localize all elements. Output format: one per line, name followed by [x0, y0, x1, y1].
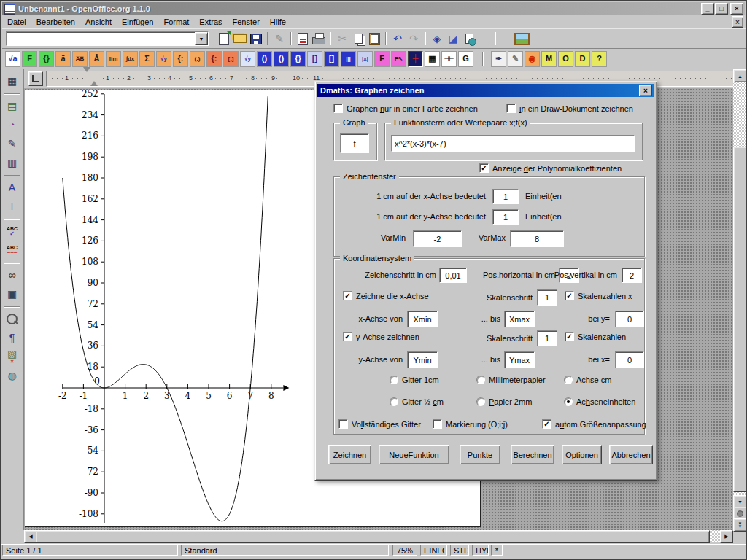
online-layout-icon[interactable]: ◍	[4, 367, 21, 384]
spellcheck-icon[interactable]: ABC✓	[4, 222, 21, 240]
close-button[interactable]: ×	[730, 3, 743, 15]
draw-step-field[interactable]: 0,01	[439, 268, 467, 283]
checkbox-single-color[interactable]: ✓Graphen nur in einer Farbe zeichnen	[333, 104, 478, 113]
dm-d-icon[interactable]: D	[575, 51, 590, 67]
radio-millimeterpapier[interactable]: Millimeterpapier	[476, 376, 546, 384]
status-zoom[interactable]: 75%	[392, 545, 417, 556]
insert-icon[interactable]: ▤	[4, 97, 21, 114]
menu-datei[interactable]: Datei	[2, 16, 31, 28]
open-icon[interactable]	[232, 31, 248, 46]
status-hyperlink-mode[interactable]: HYP	[472, 545, 489, 556]
new-document-icon[interactable]	[216, 31, 232, 46]
form-icon[interactable]: ▥	[4, 154, 21, 171]
at-y-field[interactable]: 0	[615, 311, 644, 327]
url-combobox[interactable]: ▼	[6, 31, 209, 46]
export-pdf-icon[interactable]	[295, 31, 311, 46]
at-x-field[interactable]: 0	[615, 351, 644, 368]
dm-paren-colon-icon[interactable]: (:)	[190, 51, 205, 67]
checkbox-y-axis[interactable]: ✓y-Achse zeichnen	[343, 332, 419, 341]
paste-icon[interactable]	[366, 31, 382, 46]
radio-achseneinheiten[interactable]: Achseneinheiten	[564, 397, 635, 406]
checkbox-marking-oij[interactable]: ✓Markierung (O;i;j)	[433, 419, 508, 429]
dm-g-icon[interactable]: G	[458, 51, 473, 67]
abbrechen-button[interactable]: Abbrechen	[609, 445, 653, 464]
dm-root-blue-icon[interactable]: √y	[240, 51, 255, 67]
dm-abs-icon[interactable]: |x|	[357, 51, 373, 67]
radio-papier-2mm[interactable]: Papier 2mm	[476, 397, 532, 406]
nonprinting-characters-icon[interactable]: ¶	[4, 329, 21, 346]
stylist-icon[interactable]: ◪	[445, 31, 461, 46]
document-close-button[interactable]: ×	[732, 16, 743, 28]
zoom-icon[interactable]	[4, 310, 21, 327]
menu-extras[interactable]: Extras	[194, 16, 227, 28]
url-input[interactable]	[7, 32, 195, 45]
dialog-close-icon[interactable]: ×	[639, 85, 652, 96]
dm-bracket-icon[interactable]: []	[307, 51, 322, 67]
print-icon[interactable]	[311, 31, 327, 46]
y-scale-field[interactable]: 1	[492, 209, 519, 225]
dialog-title-bar[interactable]: Dmaths: Graphen zeichnen ×	[317, 84, 654, 97]
dm-root-icon[interactable]: √y	[156, 51, 171, 67]
varmax-field[interactable]: 8	[510, 230, 564, 247]
dm-braces-icon[interactable]: {}	[39, 51, 54, 67]
radio-gitter-1cm[interactable]: Gitter 1cm	[390, 376, 439, 384]
draw-functions-icon[interactable]: ✎	[4, 135, 21, 152]
undo-icon[interactable]: ↶	[390, 31, 406, 46]
berechnen-button[interactable]: Berechnen	[511, 445, 554, 464]
dm-m-icon[interactable]: M	[541, 51, 557, 67]
navigator-icon[interactable]: ◈	[429, 31, 445, 46]
zeichnen-button[interactable]: Zeichnen	[328, 445, 371, 464]
radio-gitter-halb-cm[interactable]: Gitter ½ cm	[390, 397, 444, 406]
dm-brace-colon-icon[interactable]: {:	[173, 51, 188, 67]
dm-pen-icon[interactable]: ✒	[491, 51, 506, 67]
dm-bracket-colon-red-icon[interactable]: [:]	[223, 51, 239, 67]
checkbox-polynomial-coefficients[interactable]: ✓Anzeige der Polynomialkoeffizienten	[479, 163, 622, 173]
dm-axes-icon[interactable]: ⊣⊢	[441, 51, 457, 67]
dm-function-icon[interactable]: F	[22, 51, 37, 67]
dm-brace-blue-icon[interactable]: {}	[290, 51, 306, 67]
edit-file-icon[interactable]: ✎	[271, 31, 287, 46]
x-from-field[interactable]: Xmin	[407, 311, 438, 327]
dm-brace-colon-red-icon[interactable]: {:	[206, 51, 222, 67]
url-dropdown-icon[interactable]: ▼	[195, 32, 208, 45]
status-selection-mode[interactable]: STD	[450, 545, 469, 556]
menu-format[interactable]: Format	[158, 16, 194, 28]
vertical-scroll-thumb[interactable]	[733, 147, 747, 492]
cut-icon[interactable]: ✂	[334, 31, 350, 46]
hyperlink-icon[interactable]	[461, 31, 477, 46]
dm-pencil-icon[interactable]: ✎	[508, 51, 523, 67]
dm-spiral-icon[interactable]: ◉	[525, 51, 540, 67]
menu-einfuegen[interactable]: Einfügen	[117, 16, 158, 28]
dm-paren-icon[interactable]: ()	[257, 51, 272, 67]
find-replace-icon[interactable]: ∞	[4, 266, 21, 284]
function-term-input[interactable]: x^2*(x-3)*(x-7)	[391, 135, 635, 152]
checkbox-draw-document[interactable]: ✓in ein Draw-Dokument zeichnen	[506, 104, 633, 113]
maximize-button[interactable]: □	[715, 3, 728, 15]
redo-icon[interactable]: ↷	[406, 31, 422, 46]
graphics-onoff-icon[interactable]: ▧×	[4, 348, 21, 365]
y-to-field[interactable]: Ymax	[504, 351, 535, 368]
checkbox-full-grid[interactable]: ✓Vollständiges Gitter	[338, 419, 421, 429]
insert-object-icon[interactable]: ◔	[4, 116, 21, 133]
vertical-scrollbar[interactable]: ▲ ▼ ▼▼	[733, 69, 746, 530]
gallery-icon[interactable]	[514, 31, 530, 46]
minimize-button[interactable]: _	[701, 3, 714, 15]
horizontal-scrollbar[interactable]: ◀ ▶	[24, 530, 733, 542]
dm-segment-icon[interactable]: A̅B̅	[72, 51, 88, 67]
tab-type-button[interactable]	[28, 71, 43, 86]
status-page-style[interactable]: Standard	[181, 545, 389, 556]
checkbox-x-axis[interactable]: ✓Zeichne die x-Achse	[343, 291, 429, 300]
dm-integral-icon[interactable]: ∫dx	[123, 51, 138, 67]
indent-marker[interactable]	[83, 72, 90, 85]
menu-fenster[interactable]: Fenster	[228, 16, 265, 28]
scale-step-x-field[interactable]: 1	[537, 289, 557, 306]
scroll-up-icon[interactable]: ▲	[733, 69, 747, 82]
next-page-button[interactable]: ▼▼	[733, 518, 747, 532]
pos-vertical-field[interactable]: 2	[622, 268, 642, 283]
checkbox-scale-numbers-x[interactable]: ✓Skalenzahlen x	[565, 291, 632, 300]
neue-funktion-button[interactable]: Neue Funktion	[379, 445, 449, 464]
radio-achse-cm[interactable]: Achse cm	[564, 376, 611, 384]
dm-f-pink-icon[interactable]: F	[374, 51, 390, 67]
punkte-button[interactable]: Punkte	[460, 445, 500, 464]
dm-grid-icon[interactable]: ▦	[425, 51, 440, 67]
